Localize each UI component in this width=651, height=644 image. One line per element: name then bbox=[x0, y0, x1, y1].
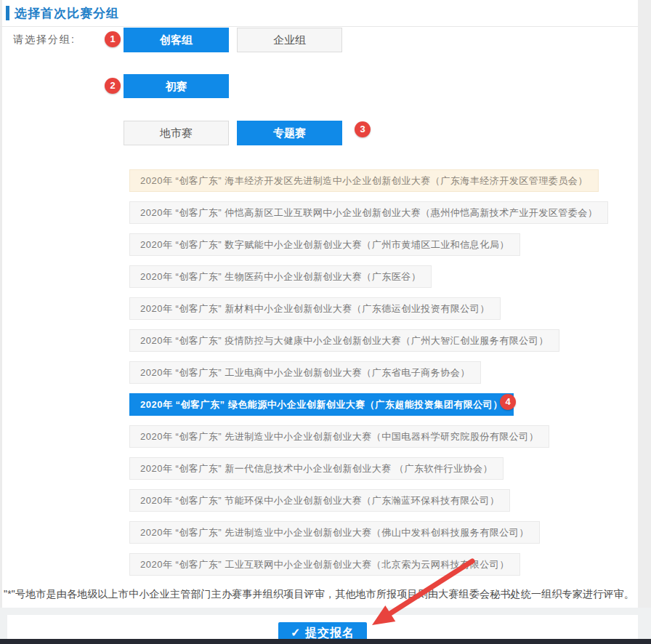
race-option[interactable]: 2020年 “创客广东” 新一代信息技术中小企业创新创业大赛 （广东软件行业协会… bbox=[129, 457, 504, 480]
page-title: 选择首次比赛分组 bbox=[15, 5, 119, 22]
race-option[interactable]: 2020年 “创客广东” 节能环保中小企业创新创业大赛（广东瀚蓝环保科技有限公司… bbox=[129, 489, 510, 512]
step-badge-4: 4 bbox=[500, 394, 516, 410]
title-divider bbox=[0, 26, 638, 27]
step-badge-2: 2 bbox=[105, 78, 121, 94]
bottom-dark-bar bbox=[0, 639, 651, 644]
race-option[interactable]: 2020年 “创客广东” 生物医药中小企业创新创业大赛（广东医谷） bbox=[129, 265, 432, 288]
race-option[interactable]: 2020年 “创客广东” 海丰经济开发区先进制造中小企业创新创业大赛（广东海丰经… bbox=[129, 169, 599, 192]
title-accent-bar bbox=[6, 6, 9, 20]
step-badge-3: 3 bbox=[355, 121, 371, 137]
stage-button-preliminary[interactable]: 初赛 bbox=[124, 74, 229, 98]
race-option[interactable]: 2020年 “创客广东” 数字赋能中小企业创新创业大赛（广州市黄埔区工业和信息化… bbox=[129, 233, 520, 256]
footnote-text: "*"号地市是由各地级以上市中小企业主管部门主办赛事并组织项目评审，其他地市所报… bbox=[4, 588, 649, 601]
race-option-selected[interactable]: 2020年 “创客广东” 绿色能源中小企业创新创业大赛（广东超能投资集团有限公司… bbox=[129, 393, 514, 416]
race-option[interactable]: 2020年 “创客广东” 先进制造业中小企业创新创业大赛（佛山中发科创科技服务有… bbox=[129, 521, 540, 544]
race-option[interactable]: 2020年 “创客广东” 疫情防控与大健康中小企业创新创业大赛（广州大智汇创业服… bbox=[129, 329, 559, 352]
race-option[interactable]: 2020年 “创客广东” 工业电商中小企业创新创业大赛（广东省电子商务协会） bbox=[129, 361, 481, 384]
race-option[interactable]: 2020年 “创客广东” 仲恺高新区工业互联网中小企业创新创业大赛（惠州仲恺高新… bbox=[129, 201, 608, 224]
subtype-button-city[interactable]: 地市赛 bbox=[124, 121, 229, 145]
race-option[interactable]: 2020年 “创客广东” 工业互联网中小企业创新创业大赛（北京索为云网科技有限公… bbox=[129, 553, 520, 576]
group-button-enterprise[interactable]: 企业组 bbox=[237, 28, 342, 52]
race-option[interactable]: 2020年 “创客广东” 先进制造业中小企业创新创业大赛（中国电器科学研究院股份… bbox=[129, 425, 549, 448]
race-option-list: 2020年 “创客广东” 海丰经济开发区先进制造中小企业创新创业大赛（广东海丰经… bbox=[129, 169, 608, 585]
step-badge-1: 1 bbox=[105, 31, 121, 47]
subtype-button-special[interactable]: 专题赛 bbox=[237, 121, 342, 145]
group-button-maker[interactable]: 创客组 bbox=[124, 28, 229, 52]
race-option[interactable]: 2020年 “创客广东” 新材料中小企业创新创业大赛（广东德运创业投资有限公司） bbox=[129, 297, 501, 320]
group-select-label: 请选择分组: bbox=[13, 33, 76, 47]
page-left-edge bbox=[0, 0, 2, 644]
registration-page: 选择首次比赛分组 请选择分组: 创客组 企业组 初赛 地市赛 专题赛 1 2 3… bbox=[0, 0, 651, 644]
page-right-edge bbox=[638, 0, 651, 644]
